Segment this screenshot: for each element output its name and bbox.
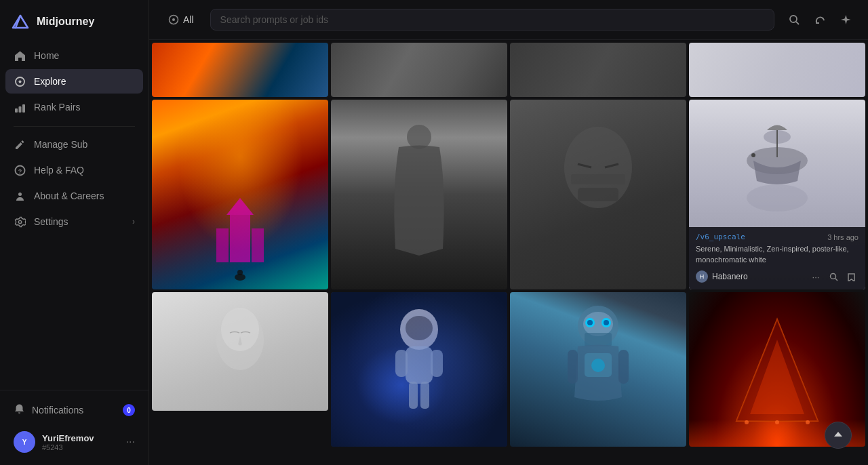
svg-rect-23 bbox=[571, 174, 625, 184]
gallery-item-top-strip-3[interactable] bbox=[510, 43, 686, 97]
settings-label: Settings bbox=[34, 216, 68, 227]
gallery-item-castle[interactable] bbox=[152, 100, 328, 289]
masonry-grid: /v6_upscale 3 hrs ago Serene, Minimalist… bbox=[149, 40, 868, 449]
svg-point-48 bbox=[604, 320, 609, 325]
bell-icon bbox=[14, 403, 25, 417]
user-more-button[interactable]: ··· bbox=[126, 436, 135, 448]
svg-rect-15 bbox=[230, 215, 250, 262]
svg-marker-16 bbox=[226, 198, 254, 215]
about-careers-label: About & Careers bbox=[34, 190, 104, 201]
svg-rect-52 bbox=[568, 350, 578, 384]
scroll-up-button[interactable] bbox=[825, 422, 852, 449]
svg-rect-4 bbox=[22, 104, 25, 113]
home-label: Home bbox=[34, 50, 59, 61]
notifications-label: Notifications bbox=[32, 405, 83, 416]
search-bar[interactable]: Search prompts or job ids bbox=[210, 9, 774, 31]
tooltip-user: H Habanero ··· bbox=[696, 269, 859, 284]
help-icon: ? bbox=[14, 164, 26, 176]
gallery-item-top-strip-4[interactable] bbox=[689, 43, 865, 97]
sidebar-item-help-faq[interactable]: ? Help & FAQ bbox=[5, 158, 143, 182]
user-tag: #5243 bbox=[42, 443, 119, 451]
svg-rect-18 bbox=[252, 228, 264, 262]
topbar-icons bbox=[783, 8, 857, 31]
tooltip-bookmark-button[interactable] bbox=[844, 269, 859, 284]
gallery-item-robe[interactable] bbox=[331, 100, 507, 289]
user-row[interactable]: Y YuriEfremov #5243 ··· bbox=[5, 426, 143, 458]
svg-rect-53 bbox=[618, 350, 629, 384]
sidebar: Midjourney Home Explore bbox=[0, 0, 149, 465]
sidebar-item-about-careers[interactable]: About & Careers bbox=[5, 184, 143, 208]
manage-sub-label: Manage Sub bbox=[34, 139, 87, 150]
notification-count: 0 bbox=[123, 404, 135, 416]
sidebar-item-manage-sub[interactable]: Manage Sub bbox=[5, 132, 143, 157]
explore-icon bbox=[14, 75, 26, 87]
svg-rect-24 bbox=[578, 188, 618, 201]
tooltip-username: Habanero bbox=[712, 272, 804, 281]
help-faq-label: Help & FAQ bbox=[34, 165, 84, 176]
sidebar-item-rank-pairs[interactable]: Rank Pairs bbox=[5, 95, 143, 119]
explore-label: Explore bbox=[34, 76, 66, 87]
user-avatar: Y bbox=[14, 431, 35, 453]
gallery-item-top-strip-1[interactable] bbox=[152, 43, 328, 97]
svg-point-1 bbox=[18, 80, 21, 83]
gallery-item-astronaut[interactable] bbox=[331, 292, 507, 447]
tooltip-description: Serene, Minimalistic, Zen-inspired, post… bbox=[696, 244, 859, 265]
user-info: YuriEfremov #5243 bbox=[42, 433, 119, 451]
svg-rect-3 bbox=[18, 106, 21, 113]
sidebar-bottom: Notifications 0 Y YuriEfremov #5243 ··· bbox=[0, 390, 149, 465]
sidebar-item-explore[interactable]: Explore bbox=[5, 69, 143, 94]
tooltip-avatar: H bbox=[696, 270, 708, 283]
notifications-item[interactable]: Notifications 0 bbox=[5, 397, 143, 423]
nav-divider bbox=[14, 126, 135, 127]
logo-icon bbox=[11, 12, 30, 31]
svg-rect-2 bbox=[15, 108, 18, 113]
svg-rect-17 bbox=[216, 228, 229, 262]
search-placeholder: Search prompts or job ids bbox=[220, 14, 329, 25]
tooltip-time: 3 hrs ago bbox=[827, 233, 859, 241]
tooltip-more-button[interactable]: ··· bbox=[808, 269, 823, 284]
svg-point-30 bbox=[751, 153, 755, 157]
topbar: All Search prompts or job ids bbox=[149, 0, 868, 40]
tooltip-search-button[interactable] bbox=[826, 269, 841, 284]
settings-icon bbox=[14, 216, 26, 228]
user-name: YuriEfremov bbox=[42, 433, 119, 443]
all-filter-button[interactable]: All bbox=[160, 11, 202, 28]
app-name: Midjourney bbox=[37, 16, 94, 28]
main-content: All Search prompts or job ids bbox=[149, 0, 868, 465]
sidebar-item-settings[interactable]: Settings › bbox=[5, 209, 143, 234]
refresh-icon-button[interactable] bbox=[808, 8, 831, 31]
sparkle-icon-button[interactable] bbox=[834, 8, 857, 31]
chevron-right-icon: › bbox=[132, 217, 135, 226]
gallery-item-stone-face[interactable] bbox=[510, 100, 686, 289]
svg-point-7 bbox=[18, 193, 22, 196]
svg-rect-49 bbox=[585, 333, 612, 346]
rank-icon bbox=[14, 101, 26, 113]
home-icon bbox=[14, 49, 26, 62]
svg-point-47 bbox=[587, 320, 593, 325]
svg-point-31 bbox=[747, 184, 808, 211]
svg-point-51 bbox=[591, 359, 605, 372]
svg-text:?: ? bbox=[18, 167, 22, 174]
gallery-item-white-sculpture[interactable] bbox=[152, 292, 328, 411]
gallery-item-top-strip-2[interactable] bbox=[331, 43, 507, 97]
all-label: All bbox=[183, 14, 194, 25]
gallery-item-island[interactable]: /v6_upscale 3 hrs ago Serene, Minimalist… bbox=[689, 100, 865, 289]
gallery: /v6_upscale 3 hrs ago Serene, Minimalist… bbox=[149, 40, 868, 465]
sidebar-item-home[interactable]: Home bbox=[5, 43, 143, 68]
search-icon-button[interactable] bbox=[783, 8, 806, 31]
svg-point-12 bbox=[172, 18, 175, 21]
svg-line-14 bbox=[796, 22, 799, 24]
tooltip-actions: ··· bbox=[808, 269, 859, 284]
svg-point-32 bbox=[830, 273, 835, 279]
svg-point-20 bbox=[237, 270, 243, 275]
card-tooltip: /v6_upscale 3 hrs ago Serene, Minimalist… bbox=[689, 227, 865, 289]
tooltip-command: /v6_upscale bbox=[696, 232, 745, 241]
edit-icon bbox=[14, 138, 26, 150]
nav-list: Home Explore Rank Pairs bbox=[0, 41, 149, 390]
about-icon bbox=[14, 190, 26, 202]
logo-area[interactable]: Midjourney bbox=[0, 0, 149, 41]
svg-point-13 bbox=[790, 16, 797, 22]
svg-line-33 bbox=[835, 278, 837, 281]
gallery-item-robot[interactable] bbox=[510, 292, 686, 447]
svg-point-8 bbox=[18, 220, 21, 223]
